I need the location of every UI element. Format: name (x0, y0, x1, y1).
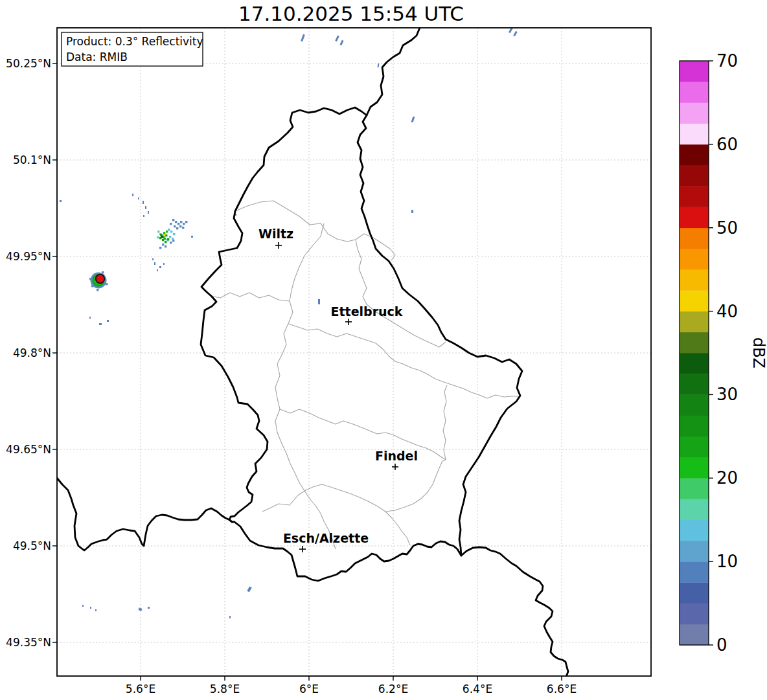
colorbar-segment (680, 102, 709, 124)
radar-speck (318, 299, 320, 304)
radar-echo-pixel (172, 219, 174, 221)
radar-cell-core (96, 275, 105, 284)
colorbar-tick-labels: 0 10 20 30 40 50 60 70 (716, 51, 738, 655)
colorbar-segments (680, 61, 709, 645)
colorbar-segment (680, 207, 709, 229)
radar-echo-pixel (179, 225, 181, 227)
cbar-tick: 60 (716, 135, 738, 154)
radar-echo-pixel (174, 225, 176, 227)
radar-speck (60, 200, 62, 202)
radar-echo-pixel (97, 289, 98, 291)
y-tick: 49.95°N (6, 250, 51, 263)
colorbar-segment (680, 478, 709, 499)
radar-echo-pixel (166, 231, 168, 232)
radar-speck (148, 211, 149, 214)
radar-echo-pixel (165, 241, 166, 243)
radar-echo-pixel (160, 234, 162, 236)
colorbar-segment (680, 144, 709, 166)
colorbar-segment (680, 436, 709, 458)
y-tick-labels: 50.25°N 50.1°N 49.95°N 49.8°N 49.65°N 49… (6, 57, 51, 649)
colorbar-segment (680, 290, 709, 311)
radar-speck (411, 210, 413, 213)
colorbar-segment (680, 561, 709, 583)
x-tick: 5.8°E (210, 683, 240, 695)
city-label-wiltz: Wiltz (258, 227, 293, 241)
radar-speck (157, 269, 158, 271)
radar-speck (191, 236, 193, 238)
city-label-findel: Findel (375, 449, 418, 463)
radar-echo-pixel (157, 231, 159, 232)
colorbar-segment (680, 228, 709, 249)
cbar-tick: 20 (716, 468, 738, 488)
x-tick: 5.6°E (126, 683, 155, 695)
radar-speck (143, 215, 144, 217)
radar-echo-pixel (170, 223, 172, 225)
radar-echo-pixel (170, 242, 172, 243)
colorbar-segment (680, 311, 709, 333)
colorbar-unit-label: dBZ (750, 337, 767, 368)
x-tick: 6.2°E (378, 683, 408, 695)
y-tick: 49.8°N (13, 346, 51, 359)
x-tick: 6.4°E (463, 683, 492, 695)
colorbar-segment (680, 604, 709, 625)
radar-echo-pixel (185, 221, 187, 223)
colorbar-segment (680, 165, 709, 186)
radar-speck (163, 263, 165, 265)
radar-speck (107, 320, 109, 322)
colorbar-segment (680, 416, 709, 437)
radar-echo-pixel (172, 240, 174, 242)
radar-echo-pixel (161, 236, 163, 238)
radar-echo-pixel (177, 223, 179, 225)
colorbar-segment (680, 124, 709, 145)
radar-echo-pixel (163, 234, 165, 236)
colorbar-segment (680, 541, 709, 562)
radar-echo-pixel (163, 236, 165, 238)
radar-echo-pixel (165, 245, 166, 247)
colorbar-segment (680, 499, 709, 521)
info-product-line: Product: 0.3° Reflectivity (66, 35, 203, 48)
radar-echo-pixel (157, 236, 159, 238)
cbar-tick: 40 (716, 302, 738, 321)
cbar-tick: 30 (716, 385, 738, 404)
x-tick-labels: 5.6°E 5.8°E 6°E 6.2°E 6.4°E 6.6°E (126, 683, 577, 695)
colorbar-segment (680, 582, 709, 604)
colorbar-segment (680, 249, 709, 270)
map-canvas: Wiltz Ettelbruck Findel Esch/Alzette 50.… (0, 0, 767, 700)
colorbar-segment (680, 457, 709, 479)
radar-speck (138, 198, 139, 199)
cbar-tick: 50 (716, 218, 738, 238)
colorbar-segment (680, 186, 709, 207)
radar-echo-pixel (162, 239, 164, 241)
radar-echo-pixel (180, 221, 182, 223)
radar-echo-pixel (168, 229, 170, 231)
info-data-line: Data: RMIB (66, 51, 128, 63)
radar-echo-pixel (167, 238, 169, 240)
cbar-tick: 70 (716, 51, 738, 71)
x-tick: 6°E (299, 683, 319, 695)
radar-speck (145, 206, 146, 209)
radar-speck (95, 609, 97, 611)
radar-speck (90, 607, 91, 609)
colorbar-segment (680, 61, 709, 82)
radar-speck (148, 607, 150, 609)
radar-map-figure: Wiltz Ettelbruck Findel Esch/Alzette 50.… (0, 0, 767, 700)
radar-speck (82, 605, 84, 607)
page-title: 17.10.2025 15:54 UTC (238, 2, 464, 25)
radar-speck (152, 258, 154, 260)
radar-echo-pixel (175, 221, 177, 223)
colorbar-segment (680, 520, 709, 541)
radar-speck (229, 616, 231, 618)
radar-speck (99, 323, 102, 325)
radar-echo-pixel (172, 238, 174, 240)
radar-speck (159, 266, 161, 268)
info-box: Product: 0.3° Reflectivity Data: RMIB (62, 32, 203, 66)
radar-speck (132, 194, 133, 196)
radar-echo-pixel (173, 233, 175, 235)
colorbar-segment (680, 374, 709, 395)
radar-speck (89, 317, 91, 319)
cbar-tick: 10 (716, 552, 738, 571)
colorbar-segment (680, 394, 709, 416)
y-tick: 50.1°N (13, 153, 51, 166)
radar-echo-pixel (170, 231, 172, 232)
radar-echo-pixel (165, 234, 167, 236)
